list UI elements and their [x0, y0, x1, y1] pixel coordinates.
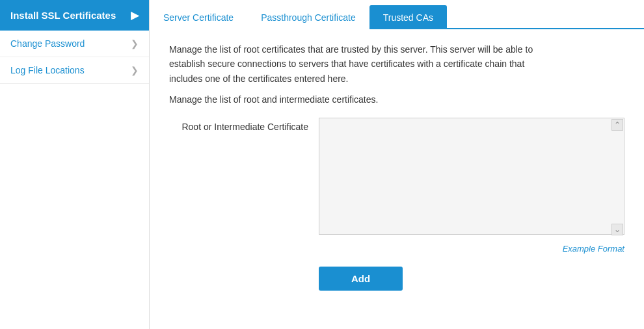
tab-content: Manage the list of root certificates tha…: [150, 29, 644, 329]
description-text-2: Manage the list of root and intermediate…: [169, 92, 559, 107]
sidebar-install-ssl[interactable]: Install SSL Certificates ▶: [0, 0, 149, 31]
tab-trusted-cas[interactable]: Trusted CAs: [369, 5, 447, 29]
sidebar-item-label: Log File Locations: [10, 65, 85, 75]
tab-server-certificate[interactable]: Server Certificate: [150, 5, 247, 29]
add-button[interactable]: Add: [319, 267, 403, 291]
description-block: Manage the list of root certificates tha…: [169, 42, 559, 107]
certificate-textarea-wrapper: ⌃ ⌄: [319, 118, 624, 237]
certificate-field-label: Root or Intermediate Certificate: [169, 118, 319, 132]
sidebar-item-change-password[interactable]: Change Password ❯: [0, 31, 149, 57]
example-format-link[interactable]: Example Format: [563, 244, 624, 254]
example-format-link-wrapper: Example Format: [319, 243, 624, 254]
sidebar: Install SSL Certificates ▶ Change Passwo…: [0, 0, 150, 329]
certificate-textarea[interactable]: [319, 118, 624, 235]
tab-passthrough-certificate[interactable]: Passthrough Certificate: [247, 5, 369, 29]
scroll-down-button[interactable]: ⌄: [611, 224, 623, 235]
main-content: Server Certificate Passthrough Certifica…: [150, 0, 644, 329]
sidebar-item-log-file-locations[interactable]: Log File Locations ❯: [0, 57, 149, 84]
chevron-right-icon: ❯: [131, 65, 139, 75]
sidebar-item-label: Change Password: [10, 38, 85, 49]
scroll-up-button[interactable]: ⌃: [611, 119, 623, 131]
tab-bar: Server Certificate Passthrough Certifica…: [150, 0, 644, 29]
description-text-1: Manage the list of root certificates tha…: [169, 42, 559, 86]
sidebar-header-chevron-icon: ▶: [131, 9, 139, 21]
chevron-right-icon: ❯: [131, 38, 139, 49]
certificate-form-row: Root or Intermediate Certificate ⌃ ⌄: [169, 118, 624, 237]
sidebar-header-label: Install SSL Certificates: [10, 10, 116, 21]
